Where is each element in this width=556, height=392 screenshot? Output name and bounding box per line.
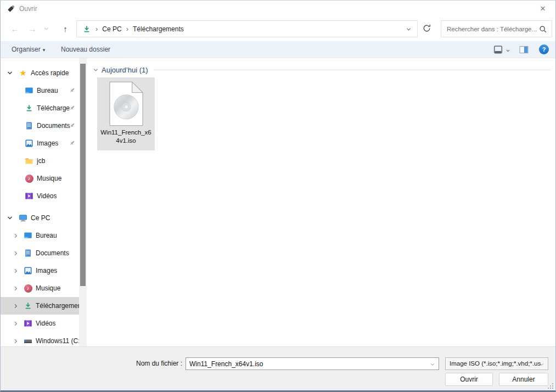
organize-caret-icon: ▾: [43, 47, 46, 53]
chevron-right-icon[interactable]: [12, 285, 19, 292]
filename-input[interactable]: [186, 358, 426, 369]
dialog-body: ★ Accès rapide Bureau: [1, 58, 555, 346]
sidebar-item-pc-images[interactable]: Images: [1, 262, 79, 279]
chevron-right-icon[interactable]: [12, 303, 19, 309]
open-button[interactable]: Ouvrir: [445, 373, 493, 386]
chevron-right-icon[interactable]: [12, 232, 19, 239]
star-icon: ★: [19, 69, 27, 77]
images-icon: [24, 266, 32, 275]
sidebar-item-pc-musique[interactable]: ♪ Musique: [1, 279, 79, 297]
sidebar-item-pc-telechargements[interactable]: Téléchargements: [1, 297, 79, 315]
search-input[interactable]: [441, 21, 538, 37]
filename-combobox[interactable]: [186, 357, 439, 370]
pin-icon: [69, 104, 76, 111]
sidebar-gap: [1, 205, 87, 209]
navigation-pane: ★ Accès rapide Bureau: [1, 58, 87, 346]
up-icon[interactable]: ↑: [59, 23, 72, 35]
sidebar-item-jcb[interactable]: jcb: [1, 152, 79, 170]
music-icon: ♪: [25, 174, 33, 183]
refresh-icon[interactable]: [422, 24, 434, 35]
iso-file-icon: [109, 81, 143, 126]
folder-icon: [25, 156, 33, 165]
pin-icon: [69, 87, 76, 94]
sidebar-scrollbar-thumb[interactable]: [80, 64, 86, 286]
chevron-right-icon[interactable]: [12, 320, 19, 327]
chevron-down-icon[interactable]: [6, 215, 14, 221]
organize-button[interactable]: Organiser▾: [12, 41, 45, 58]
documents-icon: [25, 121, 33, 130]
pin-icon: [69, 122, 76, 129]
videos-icon: [25, 192, 33, 200]
sidebar-item-pc-documents[interactable]: Documents: [1, 244, 79, 262]
breadcrumb-separator: ›: [91, 25, 102, 33]
desktop-icon: [24, 231, 32, 240]
sidebar-item-bureau[interactable]: Bureau: [1, 82, 79, 99]
open-dialog-window: Ouvrir × ← → ↑ › Ce PC › Téléchargements: [0, 0, 556, 392]
chevron-right-icon[interactable]: [12, 267, 19, 274]
file-name-label: Win11_French_x64v1.iso: [100, 128, 151, 145]
chevron-right-icon[interactable]: [12, 250, 19, 256]
sidebar-item-quick-access[interactable]: ★ Accès rapide: [1, 64, 79, 82]
sidebar-item-telechargements[interactable]: Téléchargements: [1, 99, 79, 117]
chevron-right-icon[interactable]: [12, 338, 19, 344]
filename-label: Nom du fichier :: [1, 360, 182, 367]
file-list-area[interactable]: Aujourd’hui (1): [91, 58, 555, 346]
breadcrumb-ce-pc[interactable]: Ce PC: [102, 25, 121, 33]
documents-icon: [24, 249, 32, 257]
cancel-button[interactable]: Annuler: [499, 373, 548, 386]
group-header-today[interactable]: Aujourd’hui (1): [93, 64, 551, 75]
address-dropdown-icon[interactable]: [406, 26, 412, 32]
download-icon: [25, 104, 33, 113]
desktop-icon: [25, 86, 33, 95]
view-dropdown-icon[interactable]: [506, 48, 510, 53]
title-bar: Ouvrir ×: [1, 1, 555, 17]
sidebar-item-pc-bureau[interactable]: Bureau: [1, 227, 79, 244]
drive-icon: [24, 337, 32, 345]
new-folder-button[interactable]: Nouveau dossier: [61, 41, 110, 58]
dialog-footer: Nom du fichier : Image ISO (*.iso;*.img;…: [1, 346, 555, 390]
forward-icon[interactable]: →: [26, 23, 39, 35]
sidebar-item-ce-pc[interactable]: Ce PC: [1, 209, 79, 227]
chevron-down-icon: [93, 67, 99, 73]
breadcrumb-separator: ›: [122, 25, 133, 33]
download-icon: [82, 25, 91, 33]
history-chevron-icon[interactable]: [43, 26, 53, 32]
address-bar[interactable]: › Ce PC › Téléchargements: [76, 20, 418, 37]
back-icon[interactable]: ←: [8, 23, 21, 35]
group-rule: [154, 70, 551, 70]
chevron-down-icon[interactable]: [6, 70, 14, 76]
resize-grip[interactable]: [547, 383, 554, 389]
sidebar-scrollbar[interactable]: [79, 58, 87, 346]
sidebar-item-pc-videos[interactable]: Vidéos: [1, 315, 79, 332]
preview-pane-icon[interactable]: [519, 45, 529, 54]
music-icon: ♪: [24, 284, 32, 293]
file-item-iso[interactable]: Win11_French_x64v1.iso: [97, 77, 155, 150]
pin-icon: [69, 139, 76, 147]
filetype-dropdown[interactable]: Image ISO (*.iso;*.img;*.vhd;*.us: [445, 357, 548, 370]
filetype-dropdown-icon: [539, 362, 544, 367]
filename-dropdown-icon[interactable]: [430, 362, 435, 367]
close-button[interactable]: ×: [535, 2, 551, 16]
videos-icon: [24, 319, 32, 328]
sidebar-item-documents[interactable]: Documents: [1, 117, 79, 135]
search-icon[interactable]: [539, 25, 547, 33]
breadcrumb-telechargements[interactable]: Téléchargements: [133, 25, 184, 33]
sidebar-item-images[interactable]: Images: [1, 135, 79, 152]
download-icon: [24, 301, 32, 310]
help-icon[interactable]: ?: [539, 44, 549, 54]
usb-drive-icon: [6, 4, 16, 14]
computer-icon: [19, 214, 27, 222]
sidebar-item-videos[interactable]: Vidéos: [1, 187, 79, 205]
search-box: [441, 20, 552, 37]
images-icon: [25, 139, 33, 148]
window-title: Ouvrir: [19, 5, 37, 13]
change-view-icon[interactable]: [493, 45, 503, 54]
navigation-bar: ← → ↑ › Ce PC › Téléchargements: [1, 17, 555, 41]
sidebar-item-musique[interactable]: ♪ Musique: [1, 170, 79, 187]
sidebar-item-pc-windows11-c[interactable]: Windows11 (C:): [1, 332, 79, 346]
command-bar: Organiser▾ Nouveau dossier ?: [1, 41, 555, 58]
